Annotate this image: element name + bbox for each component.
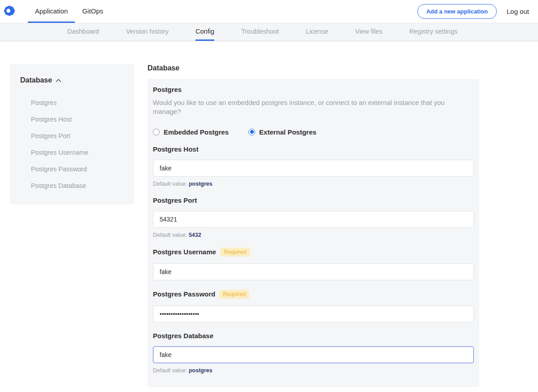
tab-gitops-label: GitOps bbox=[82, 7, 103, 15]
postgres-username-label-row: Postgres Username Required bbox=[153, 248, 474, 257]
postgres-host-label-row: Postgres Host bbox=[153, 145, 474, 153]
app-sub-nav: Dashboard Version history Config Trouble… bbox=[0, 23, 538, 41]
postgres-group-label: Postgres bbox=[153, 86, 474, 93]
sidebar-item-list: Postgres Postgres Host Postgres Port Pos… bbox=[20, 94, 125, 194]
subtab-license-label: License bbox=[306, 28, 328, 35]
sidebar-item-postgres-port[interactable]: Postgres Port bbox=[31, 127, 125, 144]
postgres-database-label: Postgres Database bbox=[153, 332, 213, 340]
required-badge: Required bbox=[219, 290, 249, 299]
postgres-database-input[interactable] bbox=[153, 346, 474, 363]
postgres-host-input[interactable] bbox=[153, 160, 474, 177]
subtab-license[interactable]: License bbox=[306, 23, 328, 41]
subtab-registry-settings-label: Registry settings bbox=[409, 28, 457, 35]
postgres-password-label: Postgres Password bbox=[153, 290, 215, 298]
sidebar-group-database[interactable]: Database bbox=[20, 76, 125, 84]
radio-embedded-postgres[interactable]: Embedded Postgres bbox=[153, 128, 229, 136]
subtab-version-history-label: Version history bbox=[126, 28, 169, 35]
sidebar-item-postgres-host[interactable]: Postgres Host bbox=[31, 111, 125, 127]
default-value: 5432 bbox=[189, 232, 201, 238]
radio-unchecked-icon bbox=[153, 129, 160, 135]
sidebar-item-postgres[interactable]: Postgres bbox=[31, 94, 125, 111]
postgres-password-label-row: Postgres Password Required bbox=[153, 290, 474, 299]
postgres-port-default-hint: Default value: 5432 bbox=[153, 232, 474, 238]
subtab-registry-settings[interactable]: Registry settings bbox=[409, 23, 457, 41]
subtab-config-label: Config bbox=[195, 28, 214, 35]
sidebar-item-postgres-password[interactable]: Postgres Password bbox=[31, 161, 125, 177]
default-value: postgres bbox=[189, 181, 213, 187]
sidebar-group-title-label: Database bbox=[20, 76, 52, 84]
default-prefix: Default value: bbox=[153, 367, 187, 374]
postgres-host-label: Postgres Host bbox=[153, 145, 199, 153]
chevron-up-icon bbox=[56, 76, 61, 84]
subtab-troubleshoot-label: Troubleshoot bbox=[241, 28, 279, 35]
radio-checked-icon bbox=[248, 129, 255, 135]
postgres-database-default-hint: Default value: postgres bbox=[153, 367, 474, 374]
subtab-version-history[interactable]: Version history bbox=[126, 23, 169, 41]
default-value: postgres bbox=[189, 367, 213, 374]
tab-application[interactable]: Application bbox=[28, 0, 75, 23]
app-logo[interactable] bbox=[4, 0, 15, 23]
postgres-port-label-row: Postgres Port bbox=[153, 196, 474, 204]
default-prefix: Default value: bbox=[153, 232, 187, 238]
top-nav-right: Add a new application Log out bbox=[417, 0, 529, 23]
top-nav: Application GitOps Add a new application… bbox=[0, 0, 538, 23]
postgres-username-label: Postgres Username bbox=[153, 248, 216, 256]
page-title: Database bbox=[148, 64, 479, 72]
postgres-username-input[interactable] bbox=[153, 263, 474, 280]
default-prefix: Default value: bbox=[153, 181, 187, 187]
subtab-troubleshoot[interactable]: Troubleshoot bbox=[241, 23, 279, 41]
postgres-mode-radio-group: Embedded Postgres External Postgres bbox=[153, 128, 474, 136]
top-tabs: Application GitOps bbox=[28, 0, 110, 23]
sidebar-item-postgres-database[interactable]: Postgres Database bbox=[31, 177, 125, 194]
subtab-config[interactable]: Config bbox=[195, 23, 214, 41]
postgres-database-label-row: Postgres Database bbox=[153, 332, 474, 340]
postgres-password-input[interactable] bbox=[153, 305, 474, 322]
tab-application-label: Application bbox=[35, 7, 68, 15]
radio-embedded-postgres-label: Embedded Postgres bbox=[164, 128, 229, 136]
radio-external-postgres-label: External Postgres bbox=[259, 128, 317, 136]
postgres-port-label: Postgres Port bbox=[153, 196, 197, 204]
tab-gitops[interactable]: GitOps bbox=[75, 0, 110, 23]
kots-logo-icon bbox=[4, 5, 15, 18]
postgres-port-input[interactable] bbox=[153, 211, 474, 228]
subtab-dashboard[interactable]: Dashboard bbox=[67, 23, 99, 41]
postgres-group-help: Would you like to use an embedded postgr… bbox=[153, 98, 474, 117]
config-page: Database Postgres Postgres Host Postgres… bbox=[0, 41, 538, 392]
subtab-view-files[interactable]: View files bbox=[355, 23, 382, 41]
config-main: Database Postgres Would you like to use … bbox=[148, 64, 479, 392]
sidebar-item-postgres-username[interactable]: Postgres Username bbox=[31, 144, 125, 161]
config-sidebar: Database Postgres Postgres Host Postgres… bbox=[10, 64, 134, 205]
database-config-panel: Postgres Would you like to use an embedd… bbox=[148, 79, 479, 387]
radio-external-postgres[interactable]: External Postgres bbox=[248, 128, 317, 136]
required-badge: Required bbox=[220, 248, 250, 257]
postgres-host-default-hint: Default value: postgres bbox=[153, 181, 474, 187]
subtab-dashboard-label: Dashboard bbox=[67, 28, 99, 35]
subtab-view-files-label: View files bbox=[355, 28, 382, 35]
logout-link[interactable]: Log out bbox=[507, 8, 529, 15]
add-new-application-button[interactable]: Add a new application bbox=[417, 4, 497, 19]
